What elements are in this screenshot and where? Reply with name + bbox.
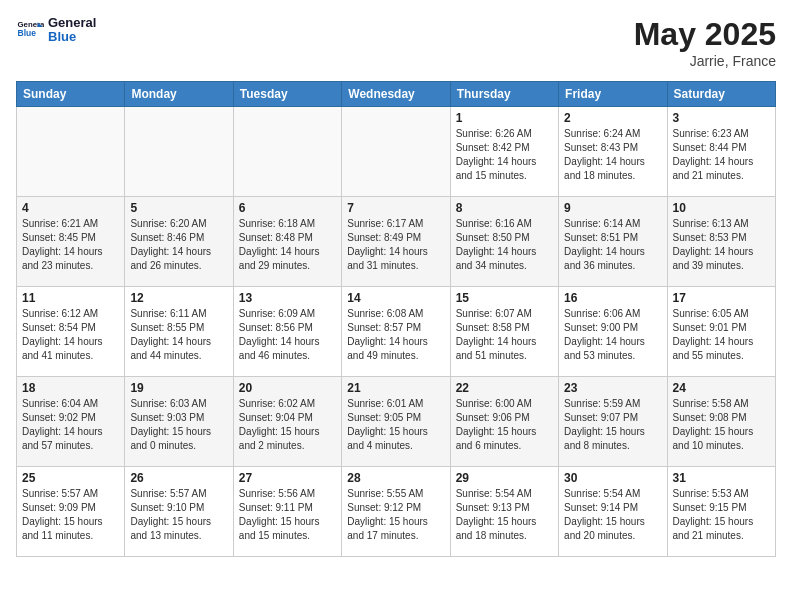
day-number: 21 — [347, 381, 444, 395]
calendar-cell: 28Sunrise: 5:55 AM Sunset: 9:12 PM Dayli… — [342, 467, 450, 557]
calendar-cell: 14Sunrise: 6:08 AM Sunset: 8:57 PM Dayli… — [342, 287, 450, 377]
calendar-cell: 19Sunrise: 6:03 AM Sunset: 9:03 PM Dayli… — [125, 377, 233, 467]
calendar-cell: 22Sunrise: 6:00 AM Sunset: 9:06 PM Dayli… — [450, 377, 558, 467]
calendar-cell: 16Sunrise: 6:06 AM Sunset: 9:00 PM Dayli… — [559, 287, 667, 377]
day-number: 5 — [130, 201, 227, 215]
calendar-cell: 6Sunrise: 6:18 AM Sunset: 8:48 PM Daylig… — [233, 197, 341, 287]
calendar-cell: 17Sunrise: 6:05 AM Sunset: 9:01 PM Dayli… — [667, 287, 775, 377]
calendar-cell: 2Sunrise: 6:24 AM Sunset: 8:43 PM Daylig… — [559, 107, 667, 197]
day-number: 3 — [673, 111, 770, 125]
calendar-cell: 20Sunrise: 6:02 AM Sunset: 9:04 PM Dayli… — [233, 377, 341, 467]
calendar-cell: 12Sunrise: 6:11 AM Sunset: 8:55 PM Dayli… — [125, 287, 233, 377]
day-number: 22 — [456, 381, 553, 395]
day-number: 19 — [130, 381, 227, 395]
calendar-cell: 4Sunrise: 6:21 AM Sunset: 8:45 PM Daylig… — [17, 197, 125, 287]
day-number: 2 — [564, 111, 661, 125]
day-info: Sunrise: 6:17 AM Sunset: 8:49 PM Dayligh… — [347, 217, 444, 273]
day-info: Sunrise: 5:54 AM Sunset: 9:13 PM Dayligh… — [456, 487, 553, 543]
day-number: 28 — [347, 471, 444, 485]
day-info: Sunrise: 5:57 AM Sunset: 9:09 PM Dayligh… — [22, 487, 119, 543]
day-info: Sunrise: 6:26 AM Sunset: 8:42 PM Dayligh… — [456, 127, 553, 183]
week-row-1: 1Sunrise: 6:26 AM Sunset: 8:42 PM Daylig… — [17, 107, 776, 197]
calendar-cell: 31Sunrise: 5:53 AM Sunset: 9:15 PM Dayli… — [667, 467, 775, 557]
calendar-cell: 29Sunrise: 5:54 AM Sunset: 9:13 PM Dayli… — [450, 467, 558, 557]
week-row-3: 11Sunrise: 6:12 AM Sunset: 8:54 PM Dayli… — [17, 287, 776, 377]
day-info: Sunrise: 5:55 AM Sunset: 9:12 PM Dayligh… — [347, 487, 444, 543]
day-info: Sunrise: 6:04 AM Sunset: 9:02 PM Dayligh… — [22, 397, 119, 453]
calendar-cell: 7Sunrise: 6:17 AM Sunset: 8:49 PM Daylig… — [342, 197, 450, 287]
calendar-cell: 21Sunrise: 6:01 AM Sunset: 9:05 PM Dayli… — [342, 377, 450, 467]
calendar-cell: 26Sunrise: 5:57 AM Sunset: 9:10 PM Dayli… — [125, 467, 233, 557]
calendar-cell: 1Sunrise: 6:26 AM Sunset: 8:42 PM Daylig… — [450, 107, 558, 197]
day-number: 30 — [564, 471, 661, 485]
day-info: Sunrise: 6:14 AM Sunset: 8:51 PM Dayligh… — [564, 217, 661, 273]
week-row-4: 18Sunrise: 6:04 AM Sunset: 9:02 PM Dayli… — [17, 377, 776, 467]
calendar-cell: 8Sunrise: 6:16 AM Sunset: 8:50 PM Daylig… — [450, 197, 558, 287]
day-info: Sunrise: 6:13 AM Sunset: 8:53 PM Dayligh… — [673, 217, 770, 273]
logo-general: General — [48, 16, 96, 30]
day-info: Sunrise: 6:20 AM Sunset: 8:46 PM Dayligh… — [130, 217, 227, 273]
day-number: 24 — [673, 381, 770, 395]
calendar-cell: 23Sunrise: 5:59 AM Sunset: 9:07 PM Dayli… — [559, 377, 667, 467]
day-info: Sunrise: 6:18 AM Sunset: 8:48 PM Dayligh… — [239, 217, 336, 273]
day-number: 29 — [456, 471, 553, 485]
calendar-table: SundayMondayTuesdayWednesdayThursdayFrid… — [16, 81, 776, 557]
weekday-tuesday: Tuesday — [233, 82, 341, 107]
day-info: Sunrise: 6:01 AM Sunset: 9:05 PM Dayligh… — [347, 397, 444, 453]
day-info: Sunrise: 5:57 AM Sunset: 9:10 PM Dayligh… — [130, 487, 227, 543]
page-header: General Blue General Blue May 2025 Jarri… — [16, 16, 776, 69]
day-info: Sunrise: 5:58 AM Sunset: 9:08 PM Dayligh… — [673, 397, 770, 453]
weekday-saturday: Saturday — [667, 82, 775, 107]
day-info: Sunrise: 5:53 AM Sunset: 9:15 PM Dayligh… — [673, 487, 770, 543]
calendar-cell: 5Sunrise: 6:20 AM Sunset: 8:46 PM Daylig… — [125, 197, 233, 287]
title-block: May 2025 Jarrie, France — [634, 16, 776, 69]
day-number: 23 — [564, 381, 661, 395]
calendar-cell: 11Sunrise: 6:12 AM Sunset: 8:54 PM Dayli… — [17, 287, 125, 377]
calendar-cell: 3Sunrise: 6:23 AM Sunset: 8:44 PM Daylig… — [667, 107, 775, 197]
day-number: 31 — [673, 471, 770, 485]
day-number: 1 — [456, 111, 553, 125]
logo-blue: Blue — [48, 30, 96, 44]
day-number: 16 — [564, 291, 661, 305]
weekday-wednesday: Wednesday — [342, 82, 450, 107]
calendar-cell: 10Sunrise: 6:13 AM Sunset: 8:53 PM Dayli… — [667, 197, 775, 287]
day-info: Sunrise: 5:59 AM Sunset: 9:07 PM Dayligh… — [564, 397, 661, 453]
day-number: 11 — [22, 291, 119, 305]
logo: General Blue General Blue — [16, 16, 96, 45]
day-info: Sunrise: 6:11 AM Sunset: 8:55 PM Dayligh… — [130, 307, 227, 363]
day-info: Sunrise: 6:23 AM Sunset: 8:44 PM Dayligh… — [673, 127, 770, 183]
day-number: 8 — [456, 201, 553, 215]
day-info: Sunrise: 6:21 AM Sunset: 8:45 PM Dayligh… — [22, 217, 119, 273]
week-row-2: 4Sunrise: 6:21 AM Sunset: 8:45 PM Daylig… — [17, 197, 776, 287]
day-info: Sunrise: 5:54 AM Sunset: 9:14 PM Dayligh… — [564, 487, 661, 543]
day-info: Sunrise: 6:06 AM Sunset: 9:00 PM Dayligh… — [564, 307, 661, 363]
day-info: Sunrise: 6:00 AM Sunset: 9:06 PM Dayligh… — [456, 397, 553, 453]
calendar-cell — [125, 107, 233, 197]
day-info: Sunrise: 6:16 AM Sunset: 8:50 PM Dayligh… — [456, 217, 553, 273]
day-info: Sunrise: 6:09 AM Sunset: 8:56 PM Dayligh… — [239, 307, 336, 363]
weekday-friday: Friday — [559, 82, 667, 107]
calendar-cell: 18Sunrise: 6:04 AM Sunset: 9:02 PM Dayli… — [17, 377, 125, 467]
day-info: Sunrise: 5:56 AM Sunset: 9:11 PM Dayligh… — [239, 487, 336, 543]
weekday-thursday: Thursday — [450, 82, 558, 107]
calendar-cell — [17, 107, 125, 197]
calendar-cell: 9Sunrise: 6:14 AM Sunset: 8:51 PM Daylig… — [559, 197, 667, 287]
day-number: 9 — [564, 201, 661, 215]
day-info: Sunrise: 6:12 AM Sunset: 8:54 PM Dayligh… — [22, 307, 119, 363]
calendar-cell: 15Sunrise: 6:07 AM Sunset: 8:58 PM Dayli… — [450, 287, 558, 377]
day-number: 18 — [22, 381, 119, 395]
calendar-cell: 24Sunrise: 5:58 AM Sunset: 9:08 PM Dayli… — [667, 377, 775, 467]
day-number: 13 — [239, 291, 336, 305]
week-row-5: 25Sunrise: 5:57 AM Sunset: 9:09 PM Dayli… — [17, 467, 776, 557]
day-info: Sunrise: 6:08 AM Sunset: 8:57 PM Dayligh… — [347, 307, 444, 363]
day-number: 27 — [239, 471, 336, 485]
calendar-body: 1Sunrise: 6:26 AM Sunset: 8:42 PM Daylig… — [17, 107, 776, 557]
logo-icon: General Blue — [16, 16, 44, 44]
day-info: Sunrise: 6:24 AM Sunset: 8:43 PM Dayligh… — [564, 127, 661, 183]
weekday-sunday: Sunday — [17, 82, 125, 107]
day-number: 15 — [456, 291, 553, 305]
day-number: 6 — [239, 201, 336, 215]
day-number: 14 — [347, 291, 444, 305]
day-number: 17 — [673, 291, 770, 305]
day-info: Sunrise: 6:07 AM Sunset: 8:58 PM Dayligh… — [456, 307, 553, 363]
